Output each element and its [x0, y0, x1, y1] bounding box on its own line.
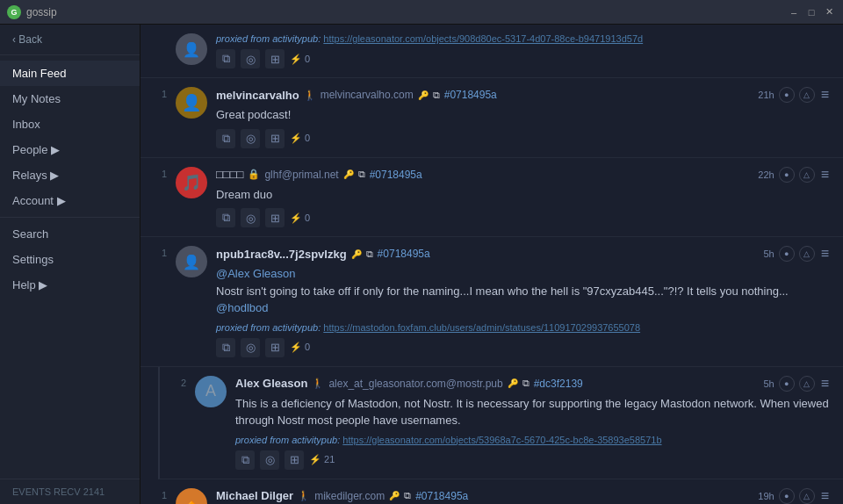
post-time: 21h	[758, 90, 774, 100]
post-hash[interactable]: #0718495a	[444, 89, 497, 101]
like-action[interactable]: ◎	[241, 338, 260, 357]
sidebar-item-settings[interactable]: Settings	[0, 247, 140, 272]
copy-action[interactable]: ⧉	[216, 49, 235, 68]
copy-icon: ⧉	[404, 490, 411, 501]
close-button[interactable]: ✕	[822, 5, 836, 19]
sidebar-item-inbox[interactable]: Inbox	[0, 112, 140, 137]
sidebar-item-account[interactable]: Account ▶	[0, 188, 140, 213]
boost-action[interactable]: ⊞	[285, 450, 304, 470]
menu-button[interactable]: ≡	[819, 376, 831, 392]
key-icon: 🔑	[343, 169, 354, 179]
post-actions: ⧉ ◎ ⊞ ⚡ 21	[235, 450, 831, 470]
boost-action[interactable]: ⊞	[265, 338, 285, 357]
visibility-button[interactable]: ●	[779, 87, 795, 103]
copy-action[interactable]: ⧉	[216, 208, 235, 227]
post-header: □□□□ 🔒 glhf@primal.net 🔑 ⧉ #0718495a 22h…	[216, 167, 831, 183]
post-handle: mikedilger.com	[314, 490, 385, 502]
post-hash[interactable]: #0718495a	[370, 169, 422, 181]
boost-action[interactable]: ⊞	[265, 49, 285, 68]
sidebar-item-help[interactable]: Help ▶	[0, 272, 140, 298]
boost-action[interactable]: ⊞	[265, 129, 285, 148]
menu-button[interactable]: ≡	[819, 488, 831, 504]
post-content: Michael Dilger 🚶 mikedilger.com 🔑 ⧉ #071…	[216, 488, 831, 505]
key-icon: 🔑	[418, 90, 429, 100]
app-title: gossip	[26, 6, 57, 18]
post-header: Michael Dilger 🚶 mikedilger.com 🔑 ⧉ #071…	[216, 488, 831, 504]
avatar: 🎵	[176, 167, 207, 198]
avatar: 👤	[176, 33, 207, 65]
sidebar: ‹ Back Main Feed My Notes Inbox People ▶…	[0, 25, 140, 504]
minimize-button[interactable]: –	[787, 5, 801, 19]
boost-button[interactable]: △	[799, 87, 815, 103]
post-body: Dream duo	[216, 186, 831, 204]
post-header: Alex Gleason 🚶 alex_at_gleasonator.com@m…	[235, 376, 831, 392]
copy-icon: ⧉	[358, 169, 365, 180]
post-content: npub1rac8v...7j2spvlzkg 🔑 ⧉ #0718495a 5h…	[216, 246, 831, 357]
like-action[interactable]: ◎	[241, 208, 260, 227]
post-2: 1 🎵 □□□□ 🔒 glhf@primal.net 🔑 ⧉ #0718495a…	[140, 158, 843, 238]
post-hash[interactable]: #dc3f2139	[534, 378, 583, 390]
sidebar-item-people[interactable]: People ▶	[0, 137, 140, 162]
menu-button[interactable]: ≡	[819, 167, 831, 183]
boost-button[interactable]: △	[799, 488, 815, 504]
post-number: 1	[153, 246, 167, 357]
feed: 👤 proxied from activitypub: https://glea…	[140, 25, 843, 504]
visibility-button[interactable]: ●	[779, 167, 795, 183]
like-action[interactable]: ◎	[241, 129, 260, 148]
post-time: 5h	[763, 248, 774, 259]
key-icon: 🔑	[508, 378, 518, 388]
boost-button[interactable]: △	[799, 376, 815, 392]
events-footer: EVENTS RECV 2141	[0, 479, 140, 504]
mention-alex[interactable]: @Alex Gleason	[216, 267, 296, 280]
visibility-button[interactable]: ●	[779, 376, 795, 392]
copy-icon: ⧉	[522, 378, 530, 389]
avatar: 👤	[176, 87, 207, 119]
sidebar-nav: Main Feed My Notes Inbox People ▶ Relays…	[0, 55, 140, 479]
avatar: 👤	[176, 246, 207, 277]
menu-button[interactable]: ≡	[819, 246, 831, 262]
visibility-button[interactable]: ●	[779, 246, 795, 262]
sidebar-item-my-notes[interactable]: My Notes	[0, 86, 140, 112]
sidebar-item-main-feed[interactable]: Main Feed	[0, 61, 140, 86]
post-body: Great podcast!	[216, 106, 831, 124]
post-username: Michael Dilger	[216, 489, 293, 502]
post-hash[interactable]: #0718495a	[378, 248, 430, 260]
post-number	[153, 33, 167, 68]
maximize-button[interactable]: □	[804, 5, 818, 19]
post-number: 1	[153, 167, 167, 228]
menu-button[interactable]: ≡	[819, 87, 831, 103]
post-number: 2	[172, 376, 186, 470]
post-4: 2 A Alex Gleason 🚶 alex_at_gleasonator.c…	[158, 367, 843, 479]
like-action[interactable]: ◎	[260, 450, 279, 470]
post-5: 1 🔸 Michael Dilger 🚶 mikedilger.com 🔑 ⧉ …	[140, 479, 843, 505]
post-actions: ⧉ ◎ ⊞ ⚡ 0	[216, 129, 831, 148]
post-handle: glhf@primal.net	[264, 169, 338, 181]
post-handle: alex_at_gleasonator.com@mostr.pub	[328, 378, 502, 390]
post-hash[interactable]: #0718495a	[415, 490, 468, 502]
copy-action[interactable]: ⧉	[216, 129, 235, 148]
sidebar-item-search[interactable]: Search	[0, 221, 140, 247]
app-logo: G	[7, 5, 21, 19]
boost-button[interactable]: △	[799, 246, 815, 262]
copy-action[interactable]: ⧉	[235, 450, 255, 470]
proxy-line: proxied from activitypub: https://mastod…	[216, 322, 831, 333]
post-time: 5h	[763, 378, 774, 389]
post-actions: ⧉ ◎ ⊞ ⚡ 0	[216, 338, 831, 357]
proxy-line: proxied from activitypub: https://gleaso…	[216, 33, 831, 44]
boost-button[interactable]: △	[799, 167, 815, 183]
visibility-button[interactable]: ●	[779, 488, 795, 504]
post-actions: ⧉ ◎ ⊞ ⚡ 0	[216, 208, 831, 227]
sidebar-divider	[0, 217, 140, 218]
post-1: 1 👤 melvincarvalho 🚶 melvincarvalho.com …	[140, 78, 843, 158]
boost-action[interactable]: ⊞	[265, 208, 285, 227]
like-action[interactable]: ◎	[241, 49, 260, 68]
sidebar-item-relays[interactable]: Relays ▶	[0, 162, 140, 188]
user-icon: 🚶	[304, 90, 316, 101]
titlebar-controls: – □ ✕	[787, 5, 836, 19]
copy-action[interactable]: ⧉	[216, 338, 235, 357]
copy-icon: ⧉	[433, 90, 440, 101]
user-icon: 🚶	[312, 378, 324, 389]
titlebar: G gossip – □ ✕	[0, 0, 843, 25]
mention-hodlbod[interactable]: @hodlbod	[216, 301, 268, 314]
back-button[interactable]: ‹ Back	[0, 25, 140, 55]
